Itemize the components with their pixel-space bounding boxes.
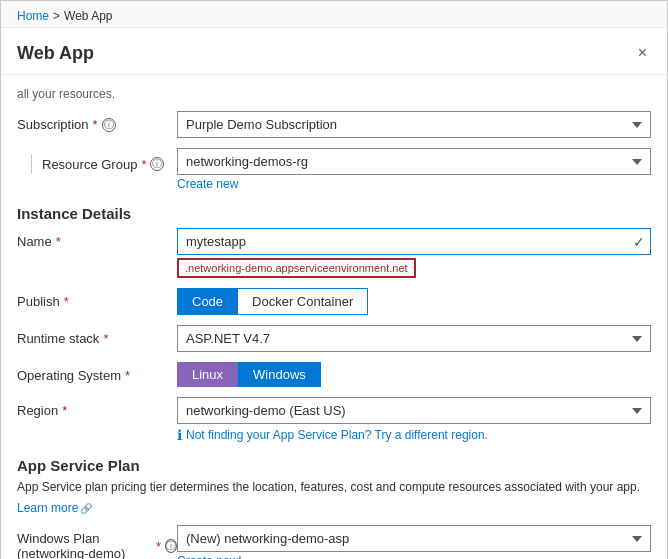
subscription-select[interactable]: Purple Demo Subscription <box>177 111 651 138</box>
os-control: Linux Windows <box>177 362 651 387</box>
os-label: Operating System * <box>17 362 177 383</box>
rg-required: * <box>141 157 146 172</box>
publish-docker-button[interactable]: Docker Container <box>238 288 368 315</box>
resource-group-row: Resource Group * ⓘ networking-demos-rg C… <box>17 148 651 191</box>
region-required: * <box>62 403 67 418</box>
check-icon: ✓ <box>633 234 645 250</box>
subscription-label: Subscription * ⓘ <box>17 111 177 132</box>
windows-plan-row: Windows Plan (networking-demo) * ⓘ (New)… <box>17 525 651 559</box>
publish-code-button[interactable]: Code <box>177 288 238 315</box>
windows-plan-label: Windows Plan (networking-demo) * ⓘ <box>17 525 177 559</box>
windows-plan-required: * <box>156 539 161 554</box>
resource-group-label: Resource Group * ⓘ <box>17 148 177 174</box>
name-row: Name * ✓ .networking-demo.appserviceenvi… <box>17 228 651 278</box>
os-windows-button[interactable]: Windows <box>238 362 321 387</box>
scroll-note: all your resources. <box>17 87 651 101</box>
external-link-icon: 🔗 <box>80 503 92 514</box>
learn-more-link[interactable]: Learn more 🔗 <box>17 501 92 515</box>
dialog-header: Web App × <box>1 28 667 75</box>
resource-group-select[interactable]: networking-demos-rg <box>177 148 651 175</box>
breadcrumb: Home > Web App <box>1 1 667 28</box>
app-service-plan-title: App Service Plan <box>17 457 651 474</box>
rg-create-new-link[interactable]: Create new <box>177 177 238 191</box>
subscription-control: Purple Demo Subscription <box>177 111 651 138</box>
os-linux-button[interactable]: Linux <box>177 362 238 387</box>
region-info-message: ℹ Not finding your App Service Plan? Try… <box>177 427 651 443</box>
web-app-dialog: Home > Web App Web App × all your resour… <box>0 0 668 559</box>
breadcrumb-home[interactable]: Home <box>17 9 49 23</box>
publish-toggle: Code Docker Container <box>177 288 651 315</box>
instance-details-title: Instance Details <box>17 205 651 222</box>
breadcrumb-current: Web App <box>64 9 112 23</box>
name-input[interactable] <box>177 228 651 255</box>
name-required: * <box>56 234 61 249</box>
os-toggle: Linux Windows <box>177 362 651 387</box>
publish-label: Publish * <box>17 288 177 309</box>
runtime-stack-row: Runtime stack * ASP.NET V4.7 <box>17 325 651 352</box>
publish-required: * <box>64 294 69 309</box>
subscription-info-icon[interactable]: ⓘ <box>102 118 116 132</box>
name-label: Name * <box>17 228 177 249</box>
runtime-stack-select[interactable]: ASP.NET V4.7 <box>177 325 651 352</box>
region-row: Region * networking-demo (East US) ℹ Not… <box>17 397 651 443</box>
region-label: Region * <box>17 397 177 418</box>
plan-create-new-link[interactable]: Create new! <box>177 554 242 559</box>
runtime-required: * <box>103 331 108 346</box>
os-required: * <box>125 368 130 383</box>
region-control: networking-demo (East US) ℹ Not finding … <box>177 397 651 443</box>
region-info-icon: ℹ <box>177 427 182 443</box>
subscription-required: * <box>93 117 98 132</box>
windows-plan-select[interactable]: (New) networking-demo-asp <box>177 525 651 552</box>
breadcrumb-sep: > <box>53 9 60 23</box>
app-service-plan-desc: App Service plan pricing tier determines… <box>17 480 651 494</box>
region-select[interactable]: networking-demo (East US) <box>177 397 651 424</box>
os-row: Operating System * Linux Windows <box>17 362 651 387</box>
domain-suffix-badge: .networking-demo.appserviceenvironment.n… <box>177 258 416 278</box>
name-control: ✓ .networking-demo.appserviceenvironment… <box>177 228 651 278</box>
resource-group-control: networking-demos-rg Create new <box>177 148 651 191</box>
publish-row: Publish * Code Docker Container <box>17 288 651 315</box>
close-button[interactable]: × <box>634 40 651 66</box>
runtime-stack-label: Runtime stack * <box>17 325 177 346</box>
runtime-stack-control: ASP.NET V4.7 <box>177 325 651 352</box>
windows-plan-control: (New) networking-demo-asp Create new! <box>177 525 651 559</box>
publish-control: Code Docker Container <box>177 288 651 315</box>
dialog-content: all your resources. Subscription * ⓘ Pur… <box>1 75 667 559</box>
page-title: Web App <box>17 43 94 64</box>
subscription-row: Subscription * ⓘ Purple Demo Subscriptio… <box>17 111 651 138</box>
rg-info-icon[interactable]: ⓘ <box>150 157 164 171</box>
name-input-wrapper: ✓ <box>177 228 651 255</box>
windows-plan-info-icon[interactable]: ⓘ <box>165 539 177 553</box>
